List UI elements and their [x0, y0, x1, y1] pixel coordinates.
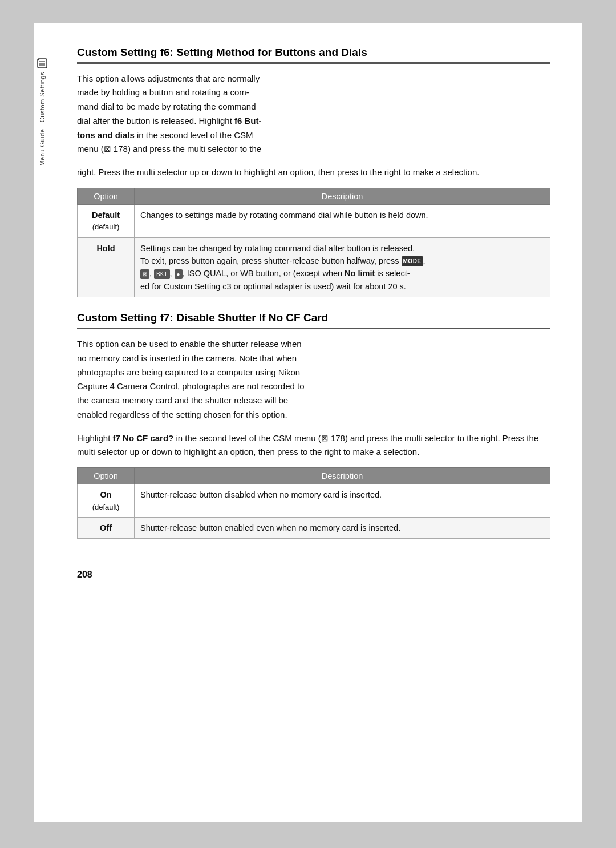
- book-page: Menu Guide—Custom Settings Custom Settin…: [34, 23, 582, 822]
- f6-intro-left: This option allows adjustments that are …: [77, 72, 271, 157]
- svg-point-4: [38, 59, 39, 60]
- f7-heading-rest: Disable Shutter If No CF Card: [173, 312, 328, 324]
- table-row: Off Shutter-release button enabled even …: [78, 517, 550, 538]
- f6-row1-option: Default(default): [78, 204, 135, 237]
- sidebar-label: Menu Guide—Custom Settings: [34, 57, 50, 788]
- f7-intro-twocol: This option can be used to enable the sh…: [77, 337, 550, 422]
- f7-intro-col2: [317, 337, 550, 422]
- f7-row1-desc: Shutter-release button disabled when no …: [135, 484, 550, 518]
- f6-row2-desc: Settings can be changed by rotating comm…: [135, 237, 550, 297]
- page-wrapper: Menu Guide—Custom Settings Custom Settin…: [0, 0, 616, 848]
- table-row: Hold Settings can be changed by rotating…: [78, 237, 550, 297]
- f7-heading-bold: Custom Setting f7:: [77, 312, 173, 324]
- f7-table-header-option: Option: [78, 468, 135, 484]
- f7-table: Option Description On(default) Shutter-r…: [77, 467, 550, 539]
- f7-row2-desc: Shutter-release button enabled even when…: [135, 517, 550, 538]
- section-f7-heading: Custom Setting f7: Disable Shutter If No…: [77, 311, 550, 329]
- f7-row2-option: Off: [78, 517, 135, 538]
- page-number: 208: [77, 552, 550, 580]
- sidebar-text: Menu Guide—Custom Settings: [38, 72, 46, 166]
- f6-intro-note: [271, 72, 550, 157]
- table-row: On(default) Shutter-release button disab…: [78, 484, 550, 518]
- f7-intro-col1: This option can be used to enable the sh…: [77, 337, 311, 422]
- f6-heading-rest: Setting Method for Buttons and Dials: [173, 46, 367, 58]
- section-f6-heading: Custom Setting f6: Setting Method for Bu…: [77, 46, 550, 64]
- f6-table-header-desc: Description: [135, 188, 550, 204]
- f6-table: Option Description Default(default) Chan…: [77, 188, 550, 297]
- f6-row2-option: Hold: [78, 237, 135, 297]
- f6-table-header-option: Option: [78, 188, 135, 204]
- f7-highlight-para: Highlight f7 No CF card? in the second l…: [77, 431, 550, 460]
- f7-row1-option: On(default): [78, 484, 135, 518]
- f6-row1-desc: Changes to settings made by rotating com…: [135, 204, 550, 237]
- table-row: Default(default) Changes to settings mad…: [78, 204, 550, 237]
- menu-icon: [36, 57, 48, 70]
- f6-heading-bold: Custom Setting f6:: [77, 46, 173, 58]
- f6-intro-full: right. Press the multi selector up or do…: [77, 165, 550, 180]
- f7-table-header-desc: Description: [135, 468, 550, 484]
- main-content: Custom Setting f6: Setting Method for Bu…: [77, 46, 550, 580]
